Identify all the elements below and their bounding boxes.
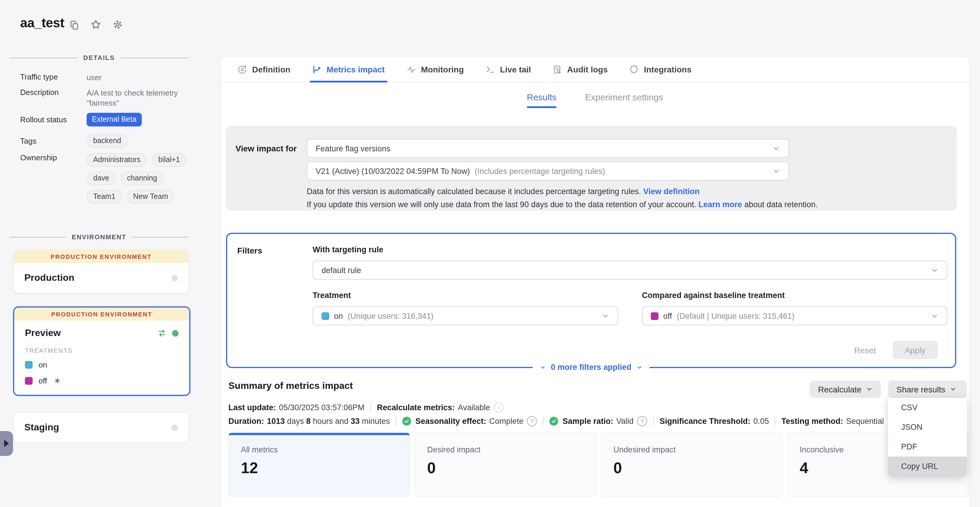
- gear-icon[interactable]: [112, 19, 123, 30]
- tab-definition[interactable]: Definition: [237, 57, 290, 82]
- owner-pill: Administrators: [87, 153, 147, 167]
- metric-card-label: Desired impact: [427, 445, 596, 454]
- chevron-down-icon: [772, 167, 780, 175]
- share-results-button[interactable]: Share results: [888, 381, 967, 398]
- tab-audit-logs[interactable]: Audit logs: [552, 57, 608, 82]
- chevron-down-icon: [950, 386, 956, 392]
- seasonality-value: Complete: [489, 417, 523, 426]
- divider: [543, 417, 544, 426]
- production-environment-banner: PRODUCTION ENVIRONMENT: [14, 308, 189, 320]
- treatment-off-swatch: [25, 377, 33, 385]
- tab-bar: Definition Metrics impact Monitoring Liv…: [221, 57, 969, 83]
- details-heading: DETAILS: [10, 53, 189, 62]
- description-value: A/A test to check telemetry "fairness": [87, 88, 192, 108]
- owner-pill: Team1: [87, 190, 122, 204]
- significance-threshold-label: Significance Threshold:: [660, 417, 751, 426]
- recalculate-button[interactable]: Recalculate: [810, 381, 881, 398]
- traffic-type-label: Traffic type: [10, 72, 87, 83]
- sidebar-collapse-button[interactable]: [0, 431, 13, 456]
- subtab-bar: Results Experiment settings: [221, 92, 969, 108]
- version-type-select[interactable]: Feature flag versions: [307, 139, 789, 158]
- version-select[interactable]: V21 (Active) (10/03/2022 04:59PM To Now)…: [307, 161, 789, 180]
- divider: [371, 403, 371, 412]
- baseline-treatment-label: Compared against baseline treatment: [642, 291, 785, 300]
- baseline-treatment-select[interactable]: off (Default | Unique users: 315,461): [642, 306, 947, 325]
- duration-label: Duration:: [228, 417, 264, 426]
- tab-monitoring[interactable]: Monitoring: [406, 57, 464, 82]
- owner-pill: dave: [87, 172, 116, 185]
- treatment-row-off: off ✳: [25, 376, 178, 385]
- environment-card-preview[interactable]: PRODUCTION ENVIRONMENT Preview TREATMENT…: [13, 306, 191, 396]
- status-dot-green: [172, 330, 178, 336]
- treatments-heading: TREATMENTS: [25, 347, 178, 354]
- owner-pill: bilal+1: [152, 153, 186, 167]
- significance-threshold-value: 0.05: [753, 417, 769, 426]
- more-filters-row: 0 more filters applied: [226, 363, 956, 371]
- target-icon: [237, 64, 247, 75]
- version-value: V21 (Active) (10/03/2022 04:59PM To Now): [316, 167, 470, 175]
- divider: [775, 417, 775, 426]
- targeting-rule-select[interactable]: default rule: [313, 261, 947, 280]
- tab-live-tail[interactable]: Live tail: [485, 57, 531, 82]
- tags-row: Tags backend: [10, 134, 192, 148]
- subtab-results[interactable]: Results: [527, 92, 557, 108]
- tab-integrations[interactable]: Integrations: [629, 57, 691, 82]
- terminal-icon: [485, 64, 495, 75]
- tab-label: Integrations: [644, 65, 691, 74]
- environment-card-staging[interactable]: Staging: [13, 412, 189, 443]
- description-label: Description: [10, 88, 87, 108]
- status-dot-gray: [172, 424, 178, 431]
- star-icon[interactable]: [90, 19, 102, 30]
- tab-metrics-impact[interactable]: Metrics impact: [312, 57, 385, 82]
- chevron-down-icon: [866, 386, 873, 392]
- check-circle-icon: [402, 417, 411, 426]
- learn-more-link[interactable]: Learn more: [698, 200, 742, 209]
- baseline-select-value: off: [663, 311, 672, 320]
- more-filters-toggle[interactable]: 0 more filters applied: [532, 363, 650, 371]
- copy-icon[interactable]: [69, 19, 80, 30]
- environment-card-production[interactable]: PRODUCTION ENVIRONMENT Production: [13, 249, 189, 293]
- treatment-select-note: (Unique users: 316,341): [348, 311, 434, 320]
- environment-heading: ENVIRONMENT: [10, 233, 189, 241]
- chevron-down-icon: [637, 364, 643, 370]
- production-environment-banner: PRODUCTION ENVIRONMENT: [14, 250, 189, 263]
- menu-item-pdf[interactable]: PDF: [888, 437, 967, 456]
- description-row: Description A/A test to check telemetry …: [10, 88, 192, 108]
- treatment-select[interactable]: on (Unique users: 316,341): [313, 306, 618, 325]
- share-results-menu: CSV JSON PDF Copy URL: [888, 398, 967, 476]
- divider: [653, 417, 654, 426]
- tags-label: Tags: [10, 137, 87, 145]
- info-icon[interactable]: i: [494, 402, 504, 413]
- audit-log-icon: [552, 64, 562, 75]
- chevron-down-icon: [601, 312, 609, 320]
- owner-pill: New Team: [127, 190, 175, 204]
- menu-item-csv[interactable]: CSV: [888, 398, 967, 417]
- sample-ratio-label: Sample ratio:: [563, 417, 613, 426]
- subtab-experiment-settings[interactable]: Experiment settings: [585, 92, 663, 108]
- question-icon[interactable]: ?: [527, 416, 537, 426]
- menu-item-copy-url[interactable]: Copy URL: [888, 456, 967, 476]
- targeting-rule-value: default rule: [321, 266, 931, 274]
- metric-card-desired-impact[interactable]: Desired impact 0: [415, 433, 596, 497]
- rollout-status-label: Rollout status: [10, 115, 87, 124]
- summary-meta-row-1: Last update: 05/30/2025 03:57:06PM Recal…: [228, 402, 504, 413]
- version-note-line-1: Data for this version is automatically c…: [307, 187, 700, 196]
- question-icon[interactable]: ?: [637, 416, 647, 426]
- check-circle-icon: [550, 417, 558, 426]
- metric-card-undesired-impact[interactable]: Undesired impact 0: [601, 433, 783, 497]
- tab-label: Audit logs: [567, 65, 608, 74]
- version-note: (Includes percentage targeting rules): [474, 167, 605, 175]
- recalculate-metrics-label: Recalculate metrics:: [377, 403, 455, 412]
- reset-button[interactable]: Reset: [854, 345, 876, 355]
- view-definition-link[interactable]: View definition: [643, 187, 700, 196]
- swap-arrows-icon[interactable]: [157, 328, 167, 338]
- last-update-label: Last update:: [228, 403, 276, 412]
- summary-heading: Summary of metrics impact: [228, 381, 353, 391]
- rollout-status-badge[interactable]: External Beta: [87, 113, 142, 126]
- chevron-down-icon: [931, 312, 939, 320]
- metric-card-all-metrics[interactable]: All metrics 12: [228, 433, 410, 497]
- summary-meta-row-2: Duration: 1013 days 8 hours and 33 minut…: [228, 416, 884, 426]
- metric-card-value: 12: [241, 459, 409, 477]
- apply-button[interactable]: Apply: [892, 341, 938, 359]
- menu-item-json[interactable]: JSON: [888, 417, 967, 437]
